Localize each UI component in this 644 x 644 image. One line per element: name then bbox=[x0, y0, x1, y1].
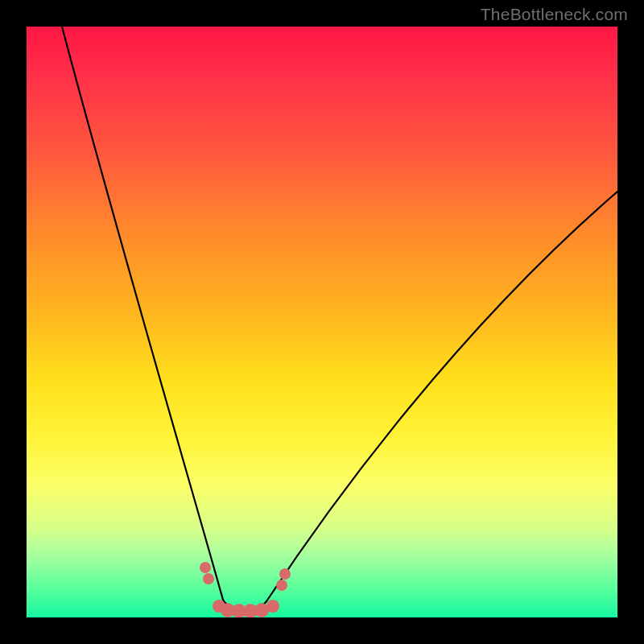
plot-area bbox=[27, 27, 617, 617]
svg-point-8 bbox=[276, 580, 287, 591]
chart-frame: TheBottleneck.com bbox=[0, 0, 644, 644]
svg-point-1 bbox=[203, 573, 214, 584]
curve-path bbox=[62, 27, 617, 609]
svg-point-0 bbox=[200, 562, 211, 573]
watermark-text: TheBottleneck.com bbox=[481, 5, 628, 24]
chart-svg bbox=[27, 27, 617, 617]
marker-group bbox=[200, 562, 291, 617]
svg-point-7 bbox=[266, 600, 279, 613]
svg-point-9 bbox=[279, 568, 291, 580]
